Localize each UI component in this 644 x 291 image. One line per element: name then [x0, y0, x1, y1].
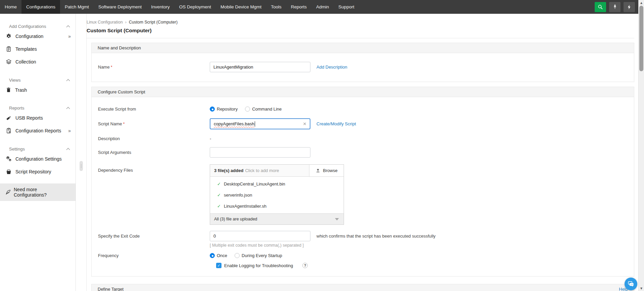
sidebar-item-script-repository[interactable]: Script Repository	[0, 165, 76, 178]
enable-logging-checkbox[interactable]: ✓	[216, 263, 221, 268]
name-input[interactable]	[210, 62, 310, 72]
left-sidebar: Add Configurations Configuration » Templ…	[0, 14, 76, 291]
script-bucket-icon	[6, 169, 12, 175]
radio-unselected-icon	[245, 107, 250, 112]
sidebar-item-configuration[interactable]: Configuration »	[0, 30, 76, 43]
description-label: Description	[92, 136, 210, 141]
radio-command-line[interactable]: Command Line	[245, 107, 282, 112]
section-title-define-target: Define Target	[98, 287, 123, 291]
sidebar-item-templates[interactable]: Templates	[0, 43, 76, 55]
radio-during-every-startup-label: During Every Startup	[242, 253, 282, 258]
sidebar-section-title-add-configurations: Add Configurations	[9, 24, 46, 29]
trash-icon	[6, 87, 11, 93]
quill-pen-icon	[5, 189, 11, 195]
create-modify-script-link[interactable]: Create/Modify Script	[316, 121, 356, 126]
sidebar-item-label: USB Reports	[15, 115, 43, 121]
chevron-up-icon[interactable]	[66, 107, 70, 109]
sidebar-item-usb-reports[interactable]: USB Reports	[0, 112, 76, 124]
chevron-up-icon[interactable]	[66, 79, 70, 81]
radio-command-line-label: Command Line	[252, 107, 282, 112]
name-and-description-section: Name and Description Name Add Descriptio…	[91, 43, 634, 82]
getting-started-button[interactable]	[609, 2, 621, 12]
script-name-value: copyAgentFiles.bash	[214, 121, 254, 126]
search-button[interactable]	[595, 2, 606, 12]
dependency-file-list: ✓ DesktopCentral_LinuxAgent.bin ✓ server…	[210, 177, 344, 213]
sidebar-item-label: Templates	[15, 46, 37, 52]
nav-item-patch-mgmt[interactable]: Patch Mgmt	[60, 0, 94, 14]
nav-item-home[interactable]: Home	[0, 0, 21, 14]
help-question-badge[interactable]: ?	[302, 263, 308, 268]
radio-during-every-startup[interactable]: During Every Startup	[235, 253, 282, 258]
sidebar-section-title-settings: Settings	[9, 147, 25, 152]
quick-actions-button[interactable]	[624, 2, 635, 12]
gear-plus-icon	[6, 33, 12, 39]
scrollbar-thumb[interactable]	[639, 6, 643, 71]
sidebar-item-label: Configuration Settings	[15, 156, 62, 162]
top-navigation: Home Configurations Patch Mgmt Software …	[0, 0, 644, 14]
exit-code-input[interactable]	[210, 231, 310, 241]
radio-repository[interactable]: Repository	[210, 107, 238, 112]
nav-item-inventory[interactable]: Inventory	[146, 0, 175, 14]
dependency-add-more-area[interactable]: 3 file(s) added Click to add more	[210, 165, 309, 176]
dependency-file-row[interactable]: ✓ LinuxAgentInstaller.sh	[210, 201, 344, 212]
clear-input-icon[interactable]: ×	[302, 121, 307, 127]
frequency-radio-group: Once During Every Startup	[210, 253, 282, 258]
exit-code-label: Specify the Exit Code	[92, 234, 210, 239]
sidebar-item-configuration-settings[interactable]: Configuration Settings	[0, 153, 76, 165]
sidebar-item-trash[interactable]: Trash	[0, 84, 76, 96]
nav-item-software-deployment[interactable]: Software Deployment	[94, 0, 146, 14]
sidebar-section-title-views: Views	[9, 78, 20, 83]
add-description-link[interactable]: Add Description	[316, 65, 347, 70]
nav-item-admin[interactable]: Admin	[311, 0, 334, 14]
search-icon	[597, 4, 603, 10]
sidebar-item-configuration-reports[interactable]: Configuration Reports »	[0, 124, 76, 137]
chevron-up-icon[interactable]	[66, 25, 70, 28]
sidebar-splitter-handle[interactable]: ⋮	[80, 161, 83, 171]
exit-code-hint: [ Multiple exit codes must be comma(,) s…	[210, 243, 304, 248]
scrollbar-down-arrow[interactable]: ▼	[639, 286, 644, 291]
nav-item-tools[interactable]: Tools	[266, 0, 286, 14]
script-arguments-input[interactable]	[210, 147, 310, 158]
nav-item-os-deployment[interactable]: OS Deployment	[175, 0, 216, 14]
dependency-file-row[interactable]: ✓ DesktopCentral_LinuxAgent.bin	[210, 178, 344, 190]
report-gear-icon	[6, 128, 12, 134]
sidebar-item-label: Trash	[15, 87, 27, 93]
section-title-configure-custom-script: Configure Custom Script	[98, 89, 145, 94]
main-content: Linux Configuration › Custom Script (Com…	[87, 14, 638, 291]
chat-support-button[interactable]	[625, 278, 637, 290]
need-more-configurations-link[interactable]: Need more Configurations?	[0, 183, 76, 201]
nav-item-configurations[interactable]: Configurations	[21, 0, 60, 14]
radio-once-label: Once	[217, 253, 227, 258]
radio-selected-icon	[210, 253, 215, 258]
uploaded-check-icon: ✓	[217, 193, 221, 198]
description-value: -	[210, 136, 211, 141]
sidebar-item-collection[interactable]: Collection	[0, 55, 76, 68]
nav-item-support[interactable]: Support	[334, 0, 359, 14]
dependency-files-label: Dependency Files	[92, 164, 210, 173]
browse-button-label: Browse	[323, 168, 337, 173]
script-name-label: Script Name	[92, 121, 210, 126]
sidebar-item-label: Script Repository	[15, 169, 51, 174]
radio-once[interactable]: Once	[210, 253, 227, 258]
chat-bubbles-icon	[627, 280, 635, 288]
configure-custom-script-section: Configure Custom Script Execute Script f…	[91, 87, 634, 277]
dependency-file-row[interactable]: ✓ serverinfo.json	[210, 190, 344, 201]
scrollbar-up-arrow[interactable]: ▲	[639, 0, 644, 5]
define-target-section: Define Target Help	[91, 284, 634, 291]
chevron-up-icon[interactable]	[66, 148, 70, 150]
nav-item-reports[interactable]: Reports	[286, 0, 311, 14]
layers-plus-icon	[6, 59, 12, 65]
breadcrumb: Linux Configuration › Custom Script (Com…	[87, 20, 634, 25]
script-name-input[interactable]: copyAgentFiles.bash ×	[210, 118, 310, 129]
breadcrumb-current: Custom Script (Computer)	[129, 20, 178, 25]
upload-status-dropdown[interactable]: All (3) file are uploaded	[210, 213, 344, 224]
nav-item-mobile-device-mgmt[interactable]: Mobile Device Mgmt	[216, 0, 266, 14]
radio-unselected-icon	[235, 253, 240, 258]
rocket-icon	[612, 4, 618, 10]
sidebar-gutter: ⋮	[76, 14, 87, 291]
upload-status-text: All (3) file are uploaded	[214, 217, 257, 221]
side-footer-label: Need more Configurations?	[14, 187, 71, 198]
breadcrumb-linux-configuration[interactable]: Linux Configuration	[87, 20, 123, 25]
browse-button[interactable]: Browse	[309, 165, 344, 176]
name-label: Name	[92, 65, 210, 70]
